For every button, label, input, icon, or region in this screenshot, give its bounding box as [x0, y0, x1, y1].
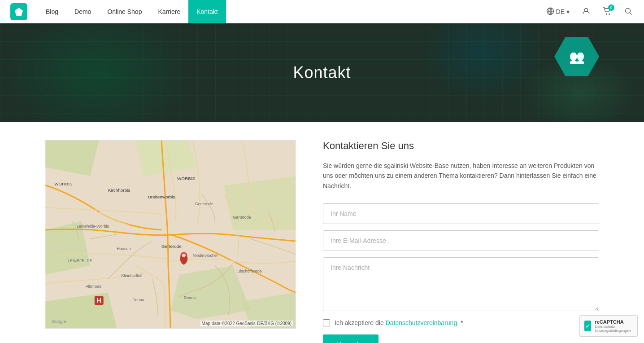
contact-form: Ich akzeptiere die Datenschutzvereinbaru… [323, 203, 599, 343]
nav-logo[interactable] [9, 2, 29, 22]
svg-text:Bischofferode: Bischofferode [237, 269, 262, 273]
nav-links: Blog Demo Online Shop Karriere Kontakt [38, 0, 544, 23]
svg-text:Gerterode: Gerterode [161, 244, 182, 249]
svg-text:Leinefelde-Worbis: Leinefelde-Worbis [77, 224, 109, 229]
nav-link-kontakt[interactable]: Kontakt [188, 0, 226, 23]
email-input[interactable] [323, 230, 599, 251]
svg-point-5 [606, 13, 607, 15]
lang-button[interactable]: DE ▾ [544, 5, 572, 18]
svg-text:Gerterode: Gerterode [233, 215, 251, 220]
submit-button[interactable]: Absenden [323, 334, 379, 343]
contact-title: Kontaktieren Sie uns [323, 140, 599, 152]
hero-section: Kontakt [0, 23, 644, 122]
search-icon [624, 7, 632, 17]
search-button[interactable] [622, 5, 635, 18]
svg-text:WORBIS: WORBIS [177, 176, 196, 181]
chevron-down-icon: ▾ [566, 8, 570, 15]
recaptcha-label: reCAPTCHA Datenschutz - Nutzungsbedingun… [595, 319, 633, 333]
svg-text:Kleinbartloff: Kleinbartloff [122, 273, 143, 278]
privacy-checkbox[interactable] [323, 319, 330, 326]
svg-line-8 [630, 13, 632, 15]
svg-text:Breitenworbis: Breitenworbis [148, 194, 175, 199]
svg-text:Niederorschel: Niederorschel [193, 253, 218, 258]
svg-text:Gerterode: Gerterode [195, 202, 213, 206]
privacy-checkbox-row: Ich akzeptiere die Datenschutzvereinbaru… [323, 319, 599, 326]
svg-point-6 [609, 13, 610, 15]
contact-section: Kontaktieren Sie uns Sie würden gerne di… [296, 140, 599, 343]
message-textarea[interactable] [323, 257, 599, 311]
user-icon [582, 7, 590, 17]
nav-link-shop[interactable]: Online Shop [99, 0, 150, 23]
map-attribution: Map data ©2022 GeoBasis-DE/BKG (©2009) [200, 321, 293, 326]
nav-link-karriere[interactable]: Karriere [150, 0, 188, 23]
svg-text:H: H [97, 297, 101, 304]
svg-text:Kirchhorbis: Kirchhorbis [108, 188, 131, 193]
recaptcha-checkmark: ✓ [584, 321, 591, 331]
svg-text:Hausen: Hausen [117, 246, 131, 251]
svg-text:Deuna: Deuna [132, 298, 144, 302]
map-svg: WORBIS Leinefelde-Worbis Kirchhorbis Bre… [45, 141, 296, 328]
user-button[interactable] [579, 5, 593, 18]
nav-link-demo[interactable]: Demo [66, 0, 99, 23]
navbar: Blog Demo Online Shop Karriere Kontakt D… [0, 0, 644, 23]
cart-badge-count: 0 [608, 4, 614, 11]
svg-text:LEINEFELDE: LEINEFELDE [68, 259, 92, 263]
privacy-label: Ich akzeptiere die Datenschutzvereinbaru… [335, 319, 463, 326]
recaptcha-widget: ✓ reCAPTCHA Datenschutz - Nutzungsbeding… [579, 315, 638, 337]
map-container[interactable]: WORBIS Leinefelde-Worbis Kirchhorbis Bre… [45, 140, 296, 329]
nav-link-blog[interactable]: Blog [38, 0, 66, 23]
lang-label: DE [556, 8, 565, 15]
privacy-link[interactable]: Datenschutzvereinbarung [386, 319, 457, 326]
svg-text:Allmrode: Allmrode [86, 284, 101, 289]
nav-right: DE ▾ 0 [544, 5, 635, 18]
svg-text:Deuna: Deuna [184, 295, 196, 300]
contact-description: Sie würden gerne die sgalinski Website-B… [323, 161, 599, 191]
globe-icon [546, 7, 554, 17]
hero-title: Kontakt [293, 63, 351, 82]
svg-point-34 [182, 254, 186, 257]
cart-button[interactable]: 0 [600, 5, 614, 18]
name-input[interactable] [323, 203, 599, 224]
svg-text:WORBIS: WORBIS [54, 181, 73, 186]
svg-text:Google: Google [52, 319, 66, 324]
main-content: WORBIS Leinefelde-Worbis Kirchhorbis Bre… [0, 122, 644, 343]
svg-point-7 [626, 8, 631, 13]
